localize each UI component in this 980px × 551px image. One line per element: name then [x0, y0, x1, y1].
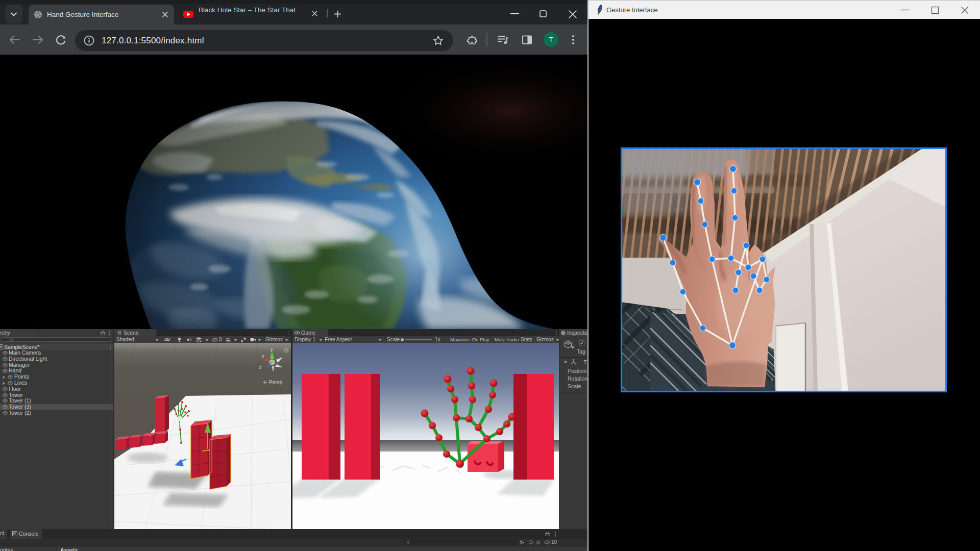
svg-text:Persp: Persp	[269, 380, 283, 385]
svg-text:z: z	[259, 365, 262, 370]
svg-text:x: x	[262, 354, 264, 359]
svg-text:y: y	[271, 347, 273, 352]
